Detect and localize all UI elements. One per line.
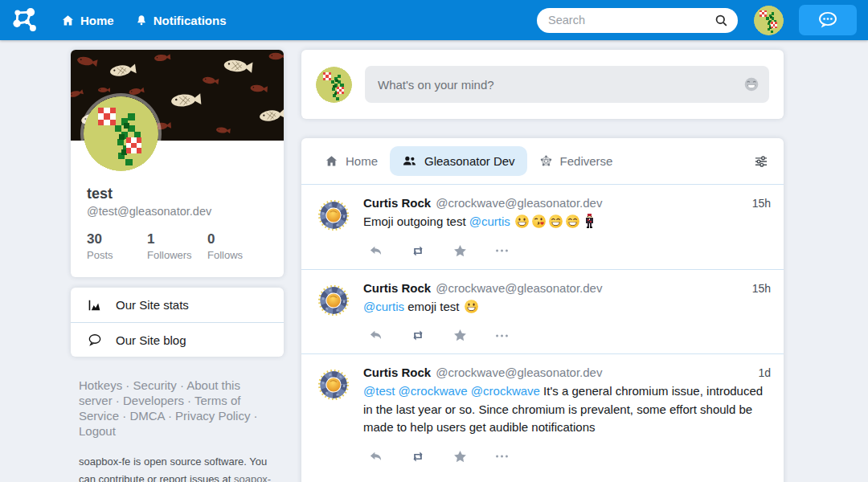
- repost-button[interactable]: [410, 328, 426, 343]
- stat-followers-label: Followers: [147, 249, 207, 261]
- sidebar-footer: Hotkeys · Security · About this server ·…: [71, 357, 284, 482]
- left-sidebar: test @test@gleasonator.dev 30 Posts 1 Fo…: [71, 50, 284, 482]
- primary-nav: Home Notifications: [61, 14, 227, 27]
- post-actions: [363, 449, 771, 464]
- search-icon[interactable]: [714, 13, 729, 28]
- footer-about: soapbox-fe is open source software. You …: [79, 453, 281, 482]
- post-content: @curtis emoji test: [363, 298, 771, 317]
- tab-fediverse-label: Fediverse: [560, 154, 613, 168]
- soapbox-logo[interactable]: [10, 5, 40, 35]
- profile-name: test: [87, 186, 268, 202]
- reply-button[interactable]: [368, 329, 383, 342]
- stat-follows[interactable]: 0 Follows: [207, 231, 268, 261]
- footer-link[interactable]: DMCA: [129, 409, 164, 423]
- nav-home[interactable]: Home: [61, 14, 114, 27]
- emoji-grinning: [464, 299, 479, 314]
- post: Curtis Rock @crockwave@gleasonator.dev 1…: [301, 185, 784, 269]
- post: Curtis Rock @crockwave@gleasonator.dev 1…: [301, 353, 784, 475]
- chat-outline-icon: [87, 332, 103, 348]
- account-avatar[interactable]: [754, 6, 784, 35]
- footer-links: Hotkeys · Security · About this server ·…: [79, 378, 274, 439]
- stat-posts[interactable]: 30 Posts: [87, 231, 147, 261]
- sliders-icon[interactable]: [750, 150, 772, 173]
- compose-input[interactable]: [365, 66, 769, 103]
- post-actions: [363, 328, 771, 343]
- tab-gleasonator-dev[interactable]: Gleasonator Dev: [390, 146, 527, 176]
- tab-gleasonator-dev-label: Gleasonator Dev: [424, 154, 515, 168]
- tab-home[interactable]: Home: [313, 146, 390, 176]
- mention-link[interactable]: @crockwave: [471, 384, 540, 398]
- stat-follows-label: Follows: [207, 249, 268, 261]
- repost-button[interactable]: [410, 243, 426, 259]
- timeline-card: Home Gleasonator Dev: [301, 138, 784, 482]
- nav-home-label: Home: [80, 14, 114, 27]
- post-content: Emoji outgoing test @curtis: [363, 213, 771, 231]
- more-button[interactable]: [494, 247, 510, 255]
- post-timestamp[interactable]: 15h: [752, 197, 771, 210]
- fediverse-icon: [539, 154, 553, 168]
- favourite-button[interactable]: [452, 449, 468, 464]
- footer-link[interactable]: Hotkeys: [79, 378, 122, 392]
- reply-button[interactable]: [368, 450, 383, 464]
- stat-posts-label: Posts: [87, 249, 147, 261]
- post-author-avatar[interactable]: [314, 366, 353, 404]
- timeline-posts: Curtis Rock @crockwave@gleasonator.dev 1…: [301, 185, 784, 475]
- bell-icon: [135, 14, 148, 27]
- post-content: @test @crockwave @crockwave It's a gener…: [363, 382, 771, 437]
- search-box: [537, 8, 738, 33]
- post-author-handle[interactable]: @crockwave@gleasonator.dev: [436, 366, 602, 379]
- profile-avatar[interactable]: [84, 96, 158, 171]
- area-chart-icon: [87, 297, 103, 313]
- profile-handle: @test@gleasonator.dev: [87, 205, 268, 218]
- compose-avatar[interactable]: [316, 67, 352, 103]
- emoji-beaming: [565, 214, 580, 229]
- emoji-custom-sprite: [582, 214, 597, 229]
- mention-link[interactable]: @curtis: [363, 300, 404, 313]
- site-stats-link[interactable]: Our Site stats: [71, 288, 284, 322]
- profile-card: test @test@gleasonator.dev 30 Posts 1 Fo…: [71, 50, 284, 277]
- stat-followers-value: 1: [147, 231, 207, 247]
- mention-link[interactable]: @crockwave: [399, 384, 468, 398]
- post-author-avatar[interactable]: [314, 196, 353, 235]
- chat-button[interactable]: [799, 5, 857, 35]
- reply-button[interactable]: [368, 244, 383, 258]
- tab-fediverse[interactable]: Fediverse: [527, 146, 625, 176]
- emoji-picker-icon[interactable]: [743, 76, 760, 92]
- stat-follows-value: 0: [207, 231, 268, 247]
- home-icon: [61, 14, 75, 27]
- site-stats-label: Our Site stats: [116, 298, 189, 312]
- emoji-beaming: [548, 214, 563, 229]
- site-blog-label: Our Site blog: [116, 333, 186, 347]
- post-timestamp[interactable]: 15h: [752, 282, 771, 295]
- compose-card: [301, 50, 784, 119]
- footer-link[interactable]: Logout: [79, 424, 116, 438]
- timeline-tabs: Home Gleasonator Dev: [301, 138, 784, 185]
- stat-posts-value: 30: [87, 231, 147, 247]
- mention-link[interactable]: @curtis: [469, 214, 510, 228]
- profile-stats: 30 Posts 1 Followers 0 Follows: [87, 231, 268, 261]
- more-button[interactable]: [494, 452, 510, 460]
- home-icon: [325, 154, 338, 168]
- footer-link[interactable]: Security: [133, 378, 177, 392]
- post-author-handle[interactable]: @crockwave@gleasonator.dev: [436, 196, 602, 210]
- favourite-button[interactable]: [452, 243, 468, 259]
- post-author-name[interactable]: Curtis Rock: [363, 366, 431, 379]
- post-author-avatar[interactable]: [314, 281, 353, 320]
- chat-bubble-icon: [816, 10, 840, 30]
- post-timestamp[interactable]: 1d: [758, 366, 771, 379]
- site-blog-link[interactable]: Our Site blog: [71, 322, 284, 357]
- repost-button[interactable]: [410, 449, 426, 464]
- nav-notifications[interactable]: Notifications: [135, 14, 227, 27]
- post: Curtis Rock @crockwave@gleasonator.dev 1…: [301, 269, 784, 354]
- stat-followers[interactable]: 1 Followers: [147, 231, 207, 261]
- post-author-name[interactable]: Curtis Rock: [363, 196, 431, 210]
- footer-link[interactable]: Privacy Policy: [175, 409, 250, 423]
- post-actions: [363, 243, 771, 259]
- search-input[interactable]: [537, 8, 738, 33]
- more-button[interactable]: [494, 332, 510, 340]
- favourite-button[interactable]: [452, 328, 468, 343]
- footer-link[interactable]: Developers: [123, 394, 184, 407]
- post-author-name[interactable]: Curtis Rock: [363, 281, 431, 295]
- post-author-handle[interactable]: @crockwave@gleasonator.dev: [436, 281, 602, 295]
- mention-link[interactable]: @test: [363, 384, 395, 398]
